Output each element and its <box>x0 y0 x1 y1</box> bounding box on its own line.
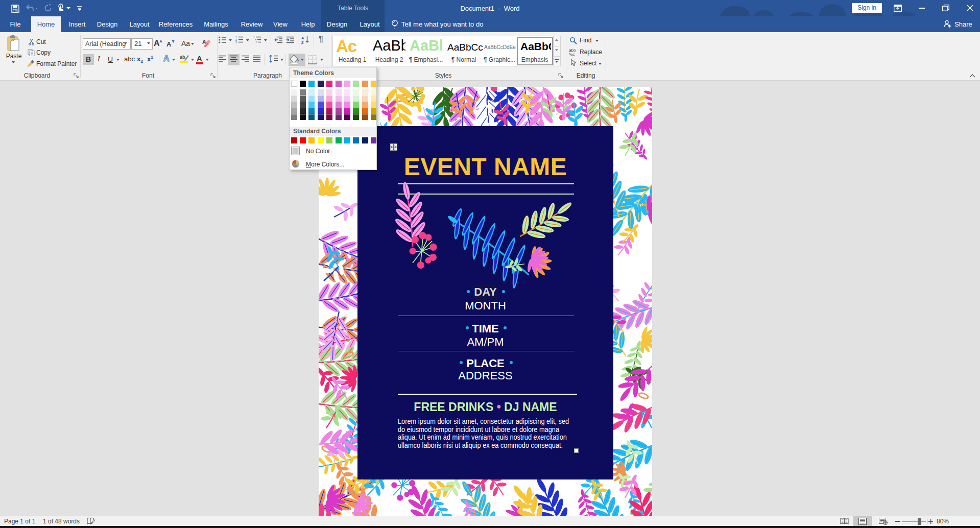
svg-text:b: b <box>573 48 576 53</box>
svg-text:3: 3 <box>235 41 237 43</box>
svg-text:ac: ac <box>570 52 575 56</box>
svg-text:A: A <box>202 39 206 45</box>
svg-text:Z: Z <box>301 40 304 44</box>
svg-text:ab: ab <box>180 55 185 60</box>
svg-text:i: i <box>256 40 257 43</box>
